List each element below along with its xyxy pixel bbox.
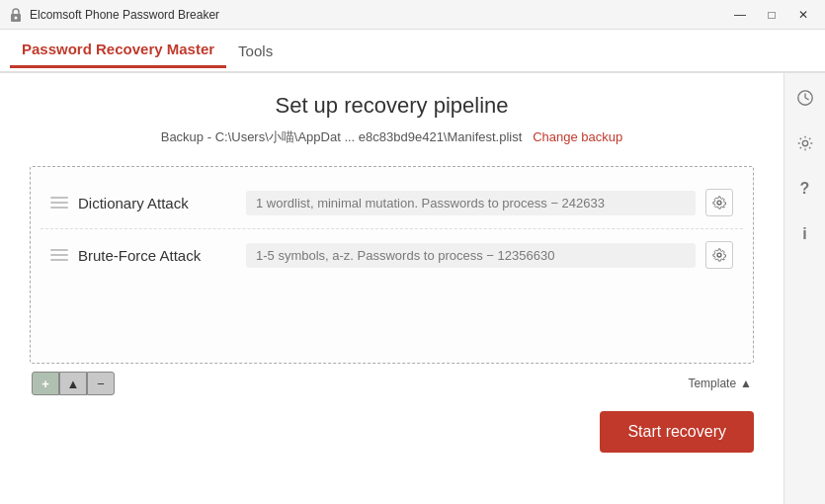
menu-item-recovery[interactable]: Password Recovery Master (10, 33, 226, 68)
title-bar-left: Elcomsoft Phone Password Breaker (8, 7, 219, 23)
title-bar-controls: — □ ✕ (726, 5, 817, 25)
main-content: Set up recovery pipeline Backup - C:\Use… (0, 73, 825, 504)
pipeline-container: Dictionary Attack 1 wordlist, minimal mu… (30, 166, 754, 364)
maximize-button[interactable]: □ (758, 5, 785, 25)
title-bar-text: Elcomsoft Phone Password Breaker (30, 8, 219, 22)
attack-name-dictionary: Dictionary Attack (78, 195, 236, 211)
backup-info: Backup - C:\Users\小喵\AppDat ... e8c83bd9… (30, 128, 754, 146)
attack-description-bruteforce: 1-5 symbols, a-z. Passwords to process −… (246, 243, 696, 268)
page-title: Set up recovery pipeline (30, 93, 754, 119)
menu-bar: Password Recovery Master Tools (0, 30, 825, 73)
remove-attack-button[interactable]: − (87, 372, 115, 395)
template-link[interactable]: Template ▲ (688, 377, 752, 390)
change-backup-link[interactable]: Change backup (533, 129, 622, 144)
move-up-button[interactable]: ▲ (59, 372, 87, 395)
table-row: Dictionary Attack 1 wordlist, minimal mu… (41, 177, 743, 229)
start-recovery-button[interactable]: Start recovery (600, 411, 754, 453)
attack-name-bruteforce: Brute-Force Attack (78, 247, 236, 264)
title-bar: Elcomsoft Phone Password Breaker — □ ✕ (0, 0, 825, 30)
right-sidebar: ? i (784, 73, 825, 504)
center-panel: Set up recovery pipeline Backup - C:\Use… (0, 73, 784, 504)
start-btn-area: Start recovery (30, 411, 754, 453)
pipeline-toolbar: + ▲ − Template ▲ (30, 372, 754, 395)
table-row: Brute-Force Attack 1-5 symbols, a-z. Pas… (41, 229, 743, 281)
gear-icon (712, 196, 726, 210)
minimize-button[interactable]: — (726, 5, 754, 25)
drag-handle[interactable] (50, 197, 68, 209)
question-icon: ? (800, 180, 810, 198)
add-attack-button[interactable]: + (32, 372, 59, 395)
settings-icon-button[interactable] (790, 128, 820, 158)
clock-icon (796, 89, 814, 107)
pipeline-buttons: + ▲ − (32, 372, 115, 395)
history-icon-button[interactable] (790, 83, 820, 113)
dictionary-settings-button[interactable] (705, 189, 733, 216)
drag-handle[interactable] (50, 249, 68, 261)
backup-path: Backup - C:\Users\小喵\AppDat ... e8c83bd9… (161, 129, 523, 144)
svg-point-5 (802, 140, 807, 145)
gear-icon (796, 134, 814, 152)
svg-line-4 (805, 98, 809, 100)
bruteforce-settings-button[interactable] (705, 241, 733, 269)
menu-item-tools[interactable]: Tools (226, 35, 285, 67)
info-icon: i (802, 225, 806, 243)
template-arrow-icon: ▲ (740, 377, 752, 390)
app-icon (8, 7, 24, 23)
gear-icon (712, 248, 726, 262)
template-label: Template (688, 377, 736, 390)
info-icon-button[interactable]: i (790, 219, 820, 249)
attack-description-dictionary: 1 wordlist, minimal mutation. Passwords … (246, 191, 696, 215)
help-icon-button[interactable]: ? (790, 174, 820, 204)
close-button[interactable]: ✕ (789, 5, 817, 25)
svg-point-1 (15, 16, 18, 19)
